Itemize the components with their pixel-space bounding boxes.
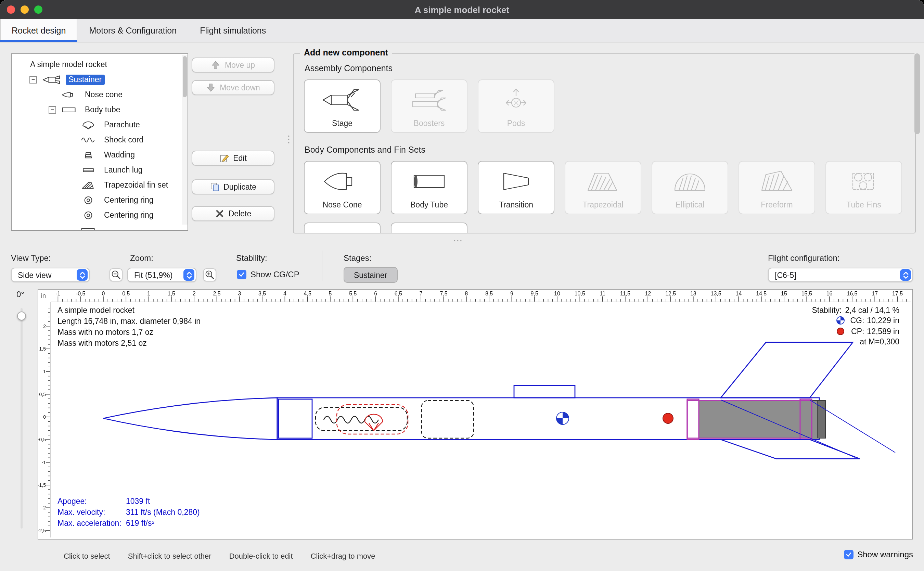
pods-icon bbox=[494, 80, 538, 119]
svg-text:-0,5: -0,5 bbox=[76, 291, 86, 296]
tree-expander-icon[interactable]: − bbox=[29, 76, 37, 83]
svg-text:6,5: 6,5 bbox=[394, 291, 402, 296]
horizontal-ruler: -1-0,500,511,522,533,544,555,566,577,588… bbox=[55, 291, 907, 302]
nose-shoulder-shape[interactable] bbox=[279, 399, 312, 438]
svg-text:1: 1 bbox=[147, 291, 150, 296]
wadding-region[interactable] bbox=[422, 401, 474, 438]
show-cgcp-label: Show CG/CP bbox=[251, 270, 299, 279]
svg-text:4: 4 bbox=[283, 291, 286, 296]
tree-item-parachute[interactable]: Parachute bbox=[12, 117, 188, 132]
svg-text:9,5: 9,5 bbox=[531, 291, 538, 296]
tree-item-body-tube[interactable]: −Body tube bbox=[12, 102, 188, 117]
shock-cord-region[interactable] bbox=[316, 407, 407, 431]
tab-rocket-design[interactable]: Rocket design bbox=[0, 19, 77, 42]
component-boosters-button: Boosters bbox=[391, 79, 468, 133]
add-component-title: Add new component bbox=[300, 48, 392, 57]
motor-shape[interactable] bbox=[699, 401, 825, 438]
tree-item-wadding[interactable]: Wadding bbox=[12, 147, 188, 162]
zoom-in-button[interactable] bbox=[203, 269, 216, 281]
tree-item-launch-lug[interactable]: Launch lug bbox=[12, 162, 188, 177]
tree-action-buttons: Move upMove downEditDuplicateDelete bbox=[192, 53, 275, 231]
tree-scrollbar-thumb[interactable] bbox=[183, 56, 187, 97]
svg-text:15: 15 bbox=[781, 291, 787, 296]
component-transition-button[interactable]: Transition bbox=[478, 161, 554, 214]
edit-button[interactable]: Edit bbox=[192, 151, 274, 166]
tree-item-label: Wadding bbox=[101, 150, 137, 160]
tree-item-a-simple-model-rocket[interactable]: A simple model rocket bbox=[12, 57, 188, 72]
rocket-canvas[interactable]: -1-0,500,511,522,533,544,555,566,577,588… bbox=[38, 289, 913, 540]
zoom-select[interactable]: Fit (51,9%) bbox=[127, 268, 196, 282]
tree-item-shock-cord[interactable]: Shock cord bbox=[12, 132, 188, 147]
component-card-partial[interactable] bbox=[391, 222, 468, 233]
fullscreen-window-button[interactable] bbox=[34, 6, 42, 14]
flight-config-value: [C6-5] bbox=[775, 271, 796, 279]
duplicate-button[interactable]: Duplicate bbox=[192, 179, 274, 194]
panel-scrollbar[interactable] bbox=[915, 51, 920, 233]
delete-button[interactable]: Delete bbox=[192, 206, 274, 221]
close-window-button[interactable] bbox=[7, 6, 15, 14]
svg-text:1: 1 bbox=[43, 369, 46, 374]
tree-item-label: Launch lug bbox=[101, 165, 145, 175]
move-up-button: Move up bbox=[192, 57, 274, 73]
svg-text:0: 0 bbox=[102, 291, 105, 296]
component-tree[interactable]: A simple model rocket−SustainerNose cone… bbox=[11, 53, 188, 231]
transition-icon bbox=[494, 162, 538, 201]
splitter-handle-vertical[interactable]: ⋮ bbox=[284, 134, 294, 145]
view-type-select[interactable]: Side view bbox=[11, 268, 90, 282]
tree-item-sustainer[interactable]: −Sustainer bbox=[12, 72, 188, 87]
show-warnings-checkbox[interactable] bbox=[844, 550, 853, 559]
tab-label: Motors & Configuration bbox=[89, 26, 177, 35]
splitter-handle-horizontal[interactable]: ⋯ bbox=[453, 235, 463, 246]
fin-bottom-shape[interactable] bbox=[721, 440, 860, 459]
tab-label: Flight simulations bbox=[200, 26, 266, 35]
svg-text:CG:10,229 in: CG:10,229 in bbox=[850, 316, 899, 325]
minimize-window-button[interactable] bbox=[20, 6, 29, 14]
svg-text:Mass with motors 2,51 oz: Mass with motors 2,51 oz bbox=[57, 339, 147, 347]
svg-text:9: 9 bbox=[510, 291, 513, 296]
svg-text:Max. acceleration:: Max. acceleration: bbox=[57, 519, 122, 528]
tree-item-centering-ring[interactable]: Centering ring bbox=[12, 192, 188, 207]
nose-cone-shape[interactable] bbox=[103, 398, 277, 440]
parachute-icon bbox=[80, 120, 97, 129]
rotation-slider[interactable] bbox=[20, 308, 23, 529]
flight-config-select[interactable]: [C6-5] bbox=[768, 268, 913, 282]
magnifier-minus-icon bbox=[111, 270, 121, 280]
tree-scrollbar[interactable] bbox=[182, 55, 188, 225]
tree-item-centering-ring[interactable]: Centering ring bbox=[12, 207, 188, 222]
rocket-icon bbox=[42, 75, 61, 84]
show-cgcp-checkbox[interactable] bbox=[237, 270, 246, 279]
tree-expander-icon[interactable]: − bbox=[49, 106, 56, 113]
component-stage-button[interactable]: Stage bbox=[304, 79, 380, 133]
tree-item-nose-cone[interactable]: Nose cone bbox=[12, 87, 188, 102]
edit-icon bbox=[219, 153, 229, 163]
fin-top-shape[interactable] bbox=[721, 342, 853, 398]
component-body-tube-button[interactable]: Body Tube bbox=[391, 161, 468, 214]
component-label: Nose Cone bbox=[322, 201, 362, 209]
tab-flight-simulations[interactable]: Flight simulations bbox=[188, 19, 277, 42]
component-nose-cone-button[interactable]: Nose Cone bbox=[304, 161, 380, 214]
component-card-partial[interactable] bbox=[304, 222, 380, 233]
zoom-out-button[interactable] bbox=[109, 269, 123, 281]
svg-text:14: 14 bbox=[736, 291, 742, 296]
shock-cord-squiggle bbox=[324, 416, 379, 423]
stage-sustainer-button[interactable]: Sustainer bbox=[343, 267, 397, 283]
centering-ring-front-shape[interactable] bbox=[687, 399, 699, 440]
rocket-drawing[interactable] bbox=[103, 342, 895, 459]
tubefins-icon bbox=[842, 162, 886, 201]
stage-icon bbox=[320, 80, 364, 119]
centeringring-icon bbox=[80, 210, 97, 219]
tab-motors-configuration[interactable]: Motors & Configuration bbox=[77, 19, 188, 42]
add-component-panel: Assembly ComponentsStageBoostersPodsBody… bbox=[293, 53, 916, 233]
svg-text:-0,5: -0,5 bbox=[38, 437, 46, 442]
component-label: Elliptical bbox=[676, 201, 704, 209]
svg-text:10: 10 bbox=[554, 291, 560, 296]
select-stepper-icon bbox=[183, 269, 194, 281]
launch-lug-shape[interactable] bbox=[514, 386, 575, 398]
rotation-slider-thumb[interactable] bbox=[17, 312, 26, 320]
button-label: Move up bbox=[225, 61, 255, 69]
svg-text:-2,5: -2,5 bbox=[38, 528, 46, 533]
tree-item-trapezoidal-fin-set[interactable]: Trapezoidal fin set bbox=[12, 177, 188, 192]
tree-item-partial[interactable] bbox=[12, 222, 188, 231]
panel-scrollbar-thumb[interactable] bbox=[915, 53, 920, 134]
tab-label: Rocket design bbox=[12, 26, 66, 35]
